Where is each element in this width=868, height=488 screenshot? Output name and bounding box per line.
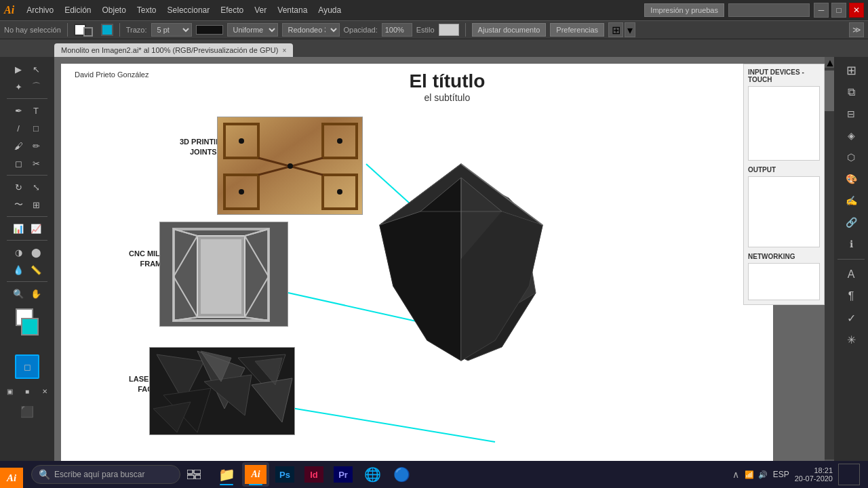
taskbar-search[interactable]: 🔍 Escribe aquí para buscar [31,465,180,484]
screen-mode-2[interactable]: ■ [19,383,35,399]
menu-ver[interactable]: Ver [249,0,272,20]
taskbar-chrome[interactable]: 🔵 [388,462,415,487]
lasso-tool[interactable]: ⌒ [28,79,44,95]
menu-texto[interactable]: Texto [132,0,162,20]
laser-svg [150,348,294,434]
taskbar-illustrator[interactable]: Ai [242,462,269,487]
volume-icon[interactable]: 🔊 [758,470,768,479]
screen-mode-3[interactable]: ✕ [37,383,53,399]
taskbar-photoshop[interactable]: Ps [271,462,298,487]
redondeo-select[interactable]: Redondeo 3... [282,23,340,37]
line-tool[interactable]: / [10,120,26,136]
align-panel-btn[interactable]: ⊟ [842,104,861,123]
gradient-tool[interactable]: ◑ [10,244,26,260]
menu-objeto[interactable]: Objeto [97,0,132,20]
blend-tool[interactable]: ⬤ [28,244,44,260]
laser-image [149,347,295,435]
properties-panel-btn[interactable]: ⊞ [842,61,861,80]
ajustar-doc-button[interactable]: Ajustar documento [472,23,547,37]
svg-rect-58 [195,475,201,479]
scissors-tool[interactable]: ✂ [28,155,44,171]
close-button[interactable]: ✕ [849,3,864,18]
scroll-up-arrow[interactable]: ▲ [825,57,834,68]
eraser-tool[interactable]: ◻ [10,155,26,171]
wifi-icon[interactable]: 📶 [745,470,754,479]
check-panel-btn[interactable]: ✓ [842,308,861,327]
draw-mode-btn[interactable]: ◻ [15,354,39,379]
task-view-btn[interactable] [182,462,206,487]
trazo-select[interactable]: 5 pt [151,23,192,37]
layers-panel-btn[interactable]: ⧉ [842,83,861,102]
minimize-button[interactable]: ─ [814,3,829,18]
view-mode-btn[interactable]: ⊞ [608,22,623,37]
language-indicator[interactable]: ESP [773,470,789,479]
free-transform-tool[interactable]: ⊞ [28,197,44,213]
uniforme-select[interactable]: Uniforme [227,23,278,37]
scroll-thumb[interactable] [825,70,834,111]
menu-ayuda[interactable]: Ayuda [313,0,347,20]
pen-tool[interactable]: ✒ [10,102,26,119]
preferencias-button[interactable]: Preferencias [550,23,604,37]
properties-tool[interactable]: ⬛ [19,403,35,420]
illustrator-bottom-logo: Ai [0,468,23,488]
taskbar-browser[interactable]: 🌐 [359,462,386,487]
background-color[interactable] [21,318,39,336]
star-panel-btn[interactable]: ✳ [842,330,861,349]
eyedropper-tool[interactable]: 💧 [10,262,26,278]
scale-tool[interactable]: ⤡ [28,179,44,195]
paragraph-panel-btn[interactable]: ¶ [842,287,861,306]
view-mode-arrow[interactable]: ▾ [625,22,635,37]
document-tab[interactable]: Monolito en Imagen2.ai* al 100% (RGB/Pre… [54,43,293,57]
taskbar-file-explorer[interactable]: 📁 [213,462,240,487]
impresion-button[interactable]: Impresión y pruebas [644,3,724,17]
menu-edicion[interactable]: Edición [59,0,96,20]
links-panel-btn[interactable]: 🔗 [842,213,861,232]
bar-chart-tool[interactable]: 📈 [28,220,44,237]
panel-toggle[interactable]: ≫ [849,22,864,37]
taskbar-indesign[interactable]: Id [300,462,328,487]
character-panel-btn[interactable]: A [842,265,861,284]
tab-close-icon[interactable]: × [282,47,286,54]
search-input[interactable] [728,3,810,17]
pathfinder-panel-btn[interactable]: ⬡ [842,148,861,167]
type-tool[interactable]: T [28,102,44,119]
brush-tool[interactable]: 🖌 [10,138,26,154]
rect-tool[interactable]: □ [28,120,44,136]
brushes-panel-btn[interactable]: ✍ [842,191,861,210]
menu-ventana[interactable]: Ventana [272,0,313,20]
taskbar-search-icon: 🔍 [39,469,50,480]
taskbar-apps: 📁 Ai Ps Id Pr 🌐 🔵 [208,462,731,487]
menu-efecto[interactable]: Efecto [215,0,249,20]
menu-seleccionar[interactable]: Seleccionar [162,0,216,20]
warp-tool[interactable]: 〜 [10,197,26,213]
workspace: ▶ ↖ ✦ ⌒ ✒ T / □ 🖌 ✏ ◻ ✂ ↻ ⤡ 〜 [0,57,868,470]
magic-wand-tool[interactable]: ✦ [10,79,26,95]
menu-archivo[interactable]: Archivo [21,0,59,20]
app-logo: Ai [4,4,14,16]
measure-tool[interactable]: 📏 [28,262,44,278]
screen-mode-1[interactable]: ▣ [1,383,18,399]
transform-panel-btn[interactable]: ◈ [842,126,861,145]
chart-tool[interactable]: 📊 [10,220,26,237]
show-desktop-btn[interactable] [838,464,860,485]
right-content-panel: INPUT DEVICES - TOUCH OUTPUT NETWORKING [743,64,825,305]
info-panel-btn[interactable]: ℹ [842,235,861,253]
show-hidden-icons[interactable]: ∧ [732,469,739,480]
rotate-tool[interactable]: ↻ [10,179,26,195]
brush-color[interactable] [101,24,113,36]
maximize-button[interactable]: □ [831,3,846,18]
direct-select-tool[interactable]: ↖ [28,61,44,77]
swatches-panel-btn[interactable]: 🎨 [842,169,861,188]
svg-point-14 [288,163,293,169]
pencil-tool[interactable]: ✏ [28,138,44,154]
zoom-tool[interactable]: 🔍 [10,285,26,302]
taskbar-premiere[interactable]: Pr [330,462,357,487]
select-tool[interactable]: ▶ [10,61,26,77]
system-clock[interactable]: 18:21 20-07-2020 [795,466,833,483]
opacidad-input[interactable] [382,23,412,37]
vertical-scrollbar[interactable]: ▲ ▼ [825,57,834,470]
stroke-color[interactable] [83,27,93,37]
doc-title: El títutlo [409,70,485,92]
hand-tool[interactable]: ✋ [28,285,44,302]
canvas-scroll[interactable]: David Prieto González El títutlo el subt… [54,57,834,470]
